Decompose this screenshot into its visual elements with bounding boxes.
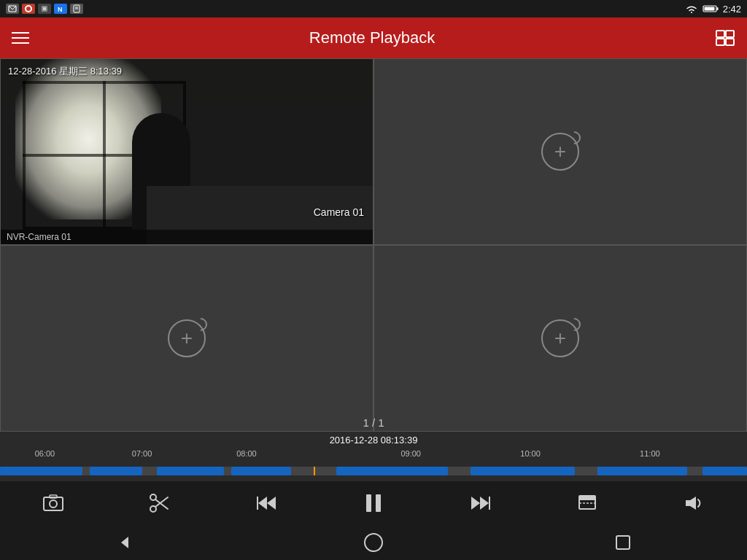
timeline-track[interactable] (0, 467, 747, 475)
wifi-icon (685, 4, 698, 14)
recent-apps-button[interactable] (614, 534, 632, 551)
status-icons-right: 2:42 (685, 4, 741, 15)
app-title: Remote Playback (309, 28, 435, 47)
svg-text:N: N (58, 6, 63, 13)
svg-marker-30 (480, 497, 489, 510)
svg-marker-37 (121, 537, 128, 548)
svg-rect-39 (616, 536, 630, 549)
home-button[interactable] (363, 532, 384, 553)
svg-rect-27 (257, 497, 258, 510)
back-button[interactable] (115, 534, 133, 551)
playhead[interactable] (314, 467, 315, 475)
timeline-date: 2016-12-28 (330, 435, 379, 446)
track-segment-2 (90, 467, 142, 475)
nav-bar (0, 525, 747, 560)
svg-line-24 (155, 499, 168, 509)
fast-forward-button[interactable] (464, 487, 496, 519)
track-segment-7 (597, 467, 687, 475)
svg-point-38 (365, 534, 382, 551)
add-camera-button-2[interactable] (541, 133, 579, 171)
track-segment-4 (231, 467, 291, 475)
camera-cell-4[interactable] (374, 245, 747, 432)
grid-view-button[interactable] (715, 29, 735, 47)
svg-rect-29 (376, 494, 381, 512)
svg-rect-17 (726, 39, 734, 45)
menu-button[interactable] (12, 32, 29, 44)
app-bar: Remote Playback (0, 18, 747, 58)
svg-rect-12 (716, 7, 718, 10)
track-segment-3 (157, 467, 224, 475)
svg-marker-26 (267, 497, 276, 510)
video-grid: 12-28-2016 星期三 8:13:39 Camera 01 NVR-Cam… (0, 58, 747, 432)
add-camera-button-3[interactable] (168, 319, 206, 357)
svg-line-23 (155, 497, 168, 507)
camera-cell-3[interactable] (0, 245, 374, 432)
time-label-0700: 07:00 (132, 449, 152, 458)
svg-line-1 (9, 6, 12, 9)
svg-point-4 (26, 7, 31, 11)
screenshot-button[interactable] (37, 487, 69, 519)
svg-point-19 (50, 500, 57, 508)
camera-cell-1[interactable]: 12-28-2016 星期三 8:13:39 Camera 01 NVR-Cam… (0, 58, 374, 245)
volume-button[interactable] (678, 487, 710, 519)
app-icon-3: N (54, 4, 67, 14)
pause-button[interactable] (357, 487, 390, 519)
app-icon-2 (38, 4, 51, 14)
svg-line-2 (12, 6, 16, 9)
svg-rect-15 (726, 31, 734, 37)
svg-rect-16 (716, 39, 724, 45)
time-display: 2:42 (723, 4, 741, 15)
svg-rect-32 (489, 497, 490, 510)
app-icon-4 (70, 4, 83, 14)
notification-icon (6, 4, 19, 14)
camera-timestamp: 12-28-2016 星期三 8:13:39 (8, 65, 122, 78)
timeline-datetime: 2016-12-28 08:13:39 (330, 435, 418, 446)
track-segment-5 (336, 467, 449, 475)
time-label-0600: 06:00 (35, 449, 55, 458)
trim-button[interactable] (144, 487, 176, 519)
timeline[interactable]: 2016-12-28 08:13:39 06:00 07:00 08:00 09… (0, 432, 747, 481)
time-label-1000: 10:00 (520, 449, 541, 458)
battery-icon (703, 4, 719, 13)
clip-button[interactable] (571, 487, 603, 519)
status-bar: N 2:42 (0, 0, 747, 18)
svg-marker-25 (258, 497, 267, 510)
app-icon-1 (22, 4, 35, 14)
svg-rect-6 (43, 7, 46, 10)
svg-marker-36 (686, 497, 696, 510)
time-label-1100: 11:00 (640, 449, 660, 458)
controls-bar (0, 481, 747, 525)
track-segment-6 (471, 467, 575, 475)
camera-name-overlay: Camera 01 (314, 206, 364, 218)
track-segment-8 (703, 467, 747, 475)
time-label-0900: 09:00 (400, 449, 421, 458)
add-camera-button-4[interactable] (541, 319, 579, 357)
svg-marker-31 (471, 497, 480, 510)
svg-rect-18 (44, 497, 63, 510)
status-icons-left: N (6, 4, 83, 14)
timeline-time: 08:13:39 (381, 435, 418, 446)
svg-rect-34 (579, 496, 595, 500)
svg-rect-13 (704, 7, 714, 11)
rewind-button[interactable] (251, 487, 283, 519)
track-segment-1 (0, 467, 82, 475)
time-label-0800: 08:00 (236, 449, 257, 458)
svg-rect-28 (366, 494, 371, 512)
camera-source-label: NVR-Camera 01 (1, 230, 373, 244)
svg-rect-14 (716, 31, 724, 37)
timeline-labels: 06:00 07:00 08:00 09:00 10:00 11:00 (0, 449, 747, 461)
camera-cell-2[interactable] (374, 58, 747, 245)
